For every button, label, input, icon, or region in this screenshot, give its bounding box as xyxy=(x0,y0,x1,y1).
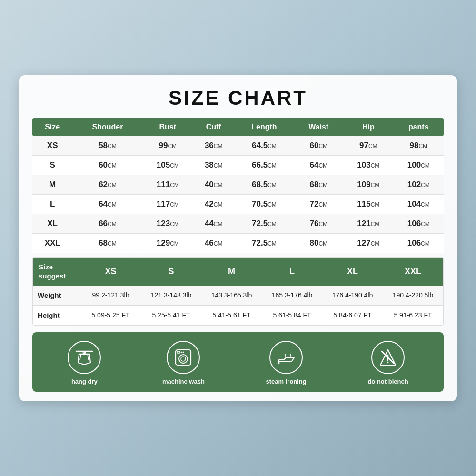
height-row: Height 5.09-5.25 FT5.25-5.41 FT5.41-5.61… xyxy=(33,306,443,325)
table-row: S60CM105CM38CM66.5CM64CM103CM100CM xyxy=(32,155,444,175)
table-cell: 36CM xyxy=(193,136,234,156)
table-cell: 46CM xyxy=(193,233,234,253)
table-cell: 72.5CM xyxy=(234,214,294,233)
care-section: hang dry machine wash steam ironing do n… xyxy=(32,332,444,392)
table-cell: 129CM xyxy=(143,233,193,253)
table-cell: 103CM xyxy=(343,155,393,175)
table-header-cell: Cuff xyxy=(193,118,234,136)
weight-value-cell: 143.3-165.3lb xyxy=(201,286,262,305)
table-cell: 123CM xyxy=(143,214,193,233)
height-value-cell: 5.61-5.84 FT xyxy=(262,306,322,325)
suggest-section: Sizesuggest XSSMLXLXXL Weight 99.2-121.3… xyxy=(32,257,444,326)
table-cell: M xyxy=(32,175,72,194)
table-cell: 64CM xyxy=(294,155,343,175)
suggest-size-cell: S xyxy=(141,258,201,286)
table-header-cell: Bust xyxy=(143,118,193,136)
suggest-size-cell: XS xyxy=(80,258,141,286)
table-cell: 104CM xyxy=(394,194,444,214)
table-header-cell: Waist xyxy=(294,118,343,136)
machine-wash-label: machine wash xyxy=(162,378,205,385)
weight-value-cell: 165.3-176.4lb xyxy=(262,286,322,305)
table-row: XS58CM99CM36CM64.5CM60CM97CM98CM xyxy=(32,136,444,156)
steam-ironing-icon xyxy=(269,341,303,374)
table-cell: 106CM xyxy=(394,214,444,233)
table-cell: 64CM xyxy=(72,194,142,214)
table-cell: 70.5CM xyxy=(234,194,294,214)
table-cell: 102CM xyxy=(394,175,444,194)
table-cell: 80CM xyxy=(294,233,343,253)
svg-point-7 xyxy=(181,351,182,353)
care-item-machine-wash: machine wash xyxy=(162,341,205,385)
weight-label: Weight xyxy=(33,286,80,305)
table-cell: 111CM xyxy=(143,175,193,194)
table-cell: XXL xyxy=(32,233,72,253)
table-cell: 62CM xyxy=(72,175,142,194)
table-cell: XS xyxy=(32,136,72,156)
table-cell: 121CM xyxy=(343,214,393,233)
table-cell: 76CM xyxy=(294,214,343,233)
weight-value-cell: 176.4-190.4lb xyxy=(322,286,383,305)
suggest-label: Sizesuggest xyxy=(33,258,80,286)
height-value-cell: 5.91-6.23 FT xyxy=(383,306,443,325)
table-cell: 117CM xyxy=(143,194,193,214)
table-cell: 66.5CM xyxy=(234,155,294,175)
size-table: SizeShouderBustCuffLengthWaistHippants X… xyxy=(32,118,444,253)
care-item-hang-dry: hang dry xyxy=(68,341,101,385)
table-header-cell: Size xyxy=(32,118,72,136)
suggest-size-cell: L xyxy=(262,258,322,286)
table-cell: 97CM xyxy=(343,136,393,156)
table-cell: 60CM xyxy=(294,136,343,156)
weight-row: Weight 99.2-121.3lb121.3-143.3lb143.3-16… xyxy=(33,286,443,306)
table-cell: L xyxy=(32,194,72,214)
table-cell: 106CM xyxy=(394,233,444,253)
table-cell: 109CM xyxy=(343,175,393,194)
height-label: Height xyxy=(33,306,80,325)
table-cell: 98CM xyxy=(394,136,444,156)
table-cell: 40CM xyxy=(193,175,234,194)
table-header-cell: Length xyxy=(234,118,294,136)
weight-value-cell: 99.2-121.3lb xyxy=(80,286,141,305)
svg-rect-6 xyxy=(177,351,180,353)
table-cell: 72CM xyxy=(294,194,343,214)
table-cell: 60CM xyxy=(72,155,142,175)
chart-title: SIZE CHART xyxy=(32,87,444,109)
table-header-cell: pants xyxy=(394,118,444,136)
care-item-do-not-blench: do not blench xyxy=(367,341,408,385)
table-header-cell: Hip xyxy=(343,118,393,136)
table-cell: 44CM xyxy=(193,214,234,233)
svg-point-8 xyxy=(183,351,184,353)
size-chart-container: SIZE CHART SizeShouderBustCuffLengthWais… xyxy=(19,75,457,401)
hang-dry-label: hang dry xyxy=(71,378,98,385)
svg-point-4 xyxy=(179,355,188,363)
table-cell: 100CM xyxy=(394,155,444,175)
table-cell: 127CM xyxy=(343,233,393,253)
height-value-cell: 5.25-5.41 FT xyxy=(141,306,201,325)
height-value-cell: 5.84-6.07 FT xyxy=(322,306,383,325)
table-row: L64CM117CM42CM70.5CM72CM115CM104CM xyxy=(32,194,444,214)
table-cell: 68CM xyxy=(294,175,343,194)
height-values: 5.09-5.25 FT5.25-5.41 FT5.41-5.61 FT5.61… xyxy=(80,306,443,325)
table-row: XL66CM123CM44CM72.5CM76CM121CM106CM xyxy=(32,214,444,233)
do-not-blench-icon xyxy=(371,341,405,374)
suggest-header-row: Sizesuggest XSSMLXLXXL xyxy=(33,258,443,286)
care-item-steam-ironing: steam ironing xyxy=(266,341,307,385)
table-cell: 115CM xyxy=(343,194,393,214)
table-cell: XL xyxy=(32,214,72,233)
svg-point-15 xyxy=(387,361,389,363)
suggest-size-cell: XXL xyxy=(383,258,443,286)
table-cell: 68CM xyxy=(72,233,142,253)
table-cell: 42CM xyxy=(193,194,234,214)
table-cell: S xyxy=(32,155,72,175)
suggest-size-cell: M xyxy=(201,258,262,286)
table-cell: 66CM xyxy=(72,214,142,233)
table-cell: 105CM xyxy=(143,155,193,175)
suggest-size-cell: XL xyxy=(322,258,383,286)
height-value-cell: 5.41-5.61 FT xyxy=(201,306,262,325)
table-header-cell: Shouder xyxy=(72,118,142,136)
table-header-row: SizeShouderBustCuffLengthWaistHippants xyxy=(32,118,444,136)
weight-value-cell: 121.3-143.3lb xyxy=(141,286,201,305)
table-row: M62CM111CM40CM68.5CM68CM109CM102CM xyxy=(32,175,444,194)
table-cell: 68.5CM xyxy=(234,175,294,194)
table-cell: 72.5CM xyxy=(234,233,294,253)
table-cell: 58CM xyxy=(72,136,142,156)
